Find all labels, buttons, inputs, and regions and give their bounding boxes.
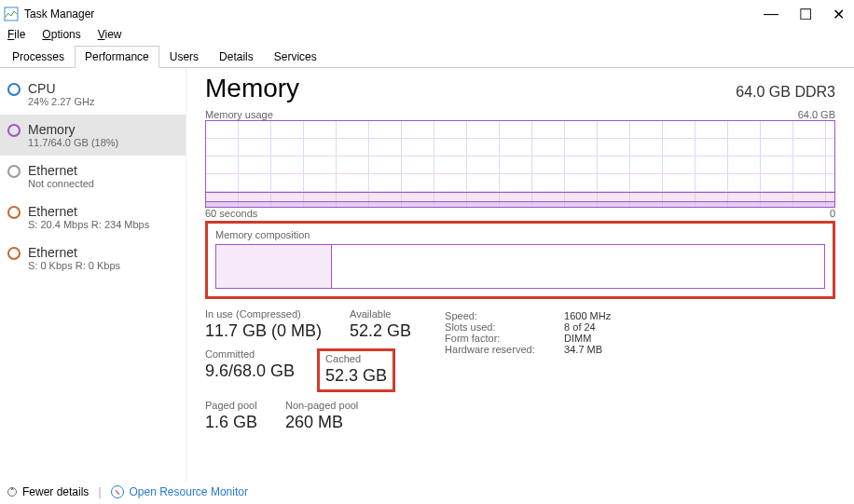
sidebar-item-label: CPU: [28, 81, 95, 96]
kv-slots-val: 8 of 24: [564, 321, 596, 333]
sidebar-item-label: Ethernet: [28, 204, 149, 219]
close-button[interactable]: ✕: [833, 6, 845, 23]
titlebar: Task Manager — ☐ ✕: [0, 0, 854, 28]
menu-options[interactable]: Options: [42, 28, 80, 41]
sidebar-item-sub: S: 20.4 Mbps R: 234 Mbps: [28, 219, 149, 230]
ethernet-ring-icon: [7, 247, 21, 260]
kv-speed-key: Speed:: [445, 310, 547, 321]
stat-cached-label: Cached: [325, 353, 387, 364]
footer-separator: |: [98, 485, 101, 498]
stat-nonpaged-value: 260 MB: [285, 413, 358, 432]
sidebar-item-label: Memory: [28, 122, 118, 137]
ethernet-ring-icon: [7, 165, 21, 178]
sidebar-item-ethernet-1[interactable]: Ethernet S: 20.4 Mbps R: 234 Mbps: [0, 197, 186, 238]
stat-inuse-value: 11.7 GB (0 MB): [205, 321, 322, 341]
menu-file[interactable]: File: [7, 28, 25, 41]
taskmanager-icon: [4, 7, 19, 21]
usage-chart-label: Memory usage: [205, 109, 273, 120]
memory-spec: 64.0 GB DDR3: [736, 84, 835, 101]
sidebar-item-sub: S: 0 Kbps R: 0 Kbps: [28, 260, 120, 271]
ethernet-ring-icon: [7, 206, 21, 219]
sidebar-item-label: Ethernet: [28, 163, 94, 178]
resource-monitor-icon: [111, 485, 124, 498]
tab-users[interactable]: Users: [159, 46, 209, 68]
menubar: File Options View: [0, 28, 854, 45]
stat-cached-value: 52.3 GB: [325, 366, 387, 386]
stat-available-value: 52.2 GB: [350, 321, 411, 341]
highlight-cached-box: Cached 52.3 GB: [317, 348, 395, 392]
usage-chart-max: 64.0 GB: [798, 109, 835, 120]
kv-slots-key: Slots used:: [445, 321, 547, 333]
menu-view[interactable]: View: [98, 28, 122, 41]
sidebar-item-sub: 11.7/64.0 GB (18%): [28, 137, 118, 148]
stat-committed-label: Committed: [205, 348, 295, 360]
stat-paged-label: Paged pool: [205, 400, 257, 411]
memory-ring-icon: [7, 124, 21, 137]
memory-usage-chart: [205, 120, 835, 208]
memory-composition-bar: [215, 244, 825, 289]
stat-committed-value: 9.6/68.0 GB: [205, 361, 295, 381]
sidebar-item-sub: Not connected: [28, 178, 94, 189]
fewer-details-button[interactable]: ˄ Fewer details: [7, 485, 89, 498]
sidebar-item-label: Ethernet: [28, 245, 120, 260]
footer: ˄ Fewer details | Open Resource Monitor: [7, 485, 248, 498]
usage-area-inner: [206, 201, 834, 207]
kv-hw-val: 34.7 MB: [564, 344, 602, 355]
stat-inuse-label: In use (Compressed): [205, 308, 322, 320]
page-title: Memory: [205, 74, 299, 103]
stat-available-label: Available: [350, 308, 411, 320]
kv-hw-key: Hardware reserved:: [445, 344, 547, 355]
sidebar-item-sub: 24% 2.27 GHz: [28, 96, 95, 107]
sidebar-item-memory[interactable]: Memory 11.7/64.0 GB (18%): [0, 115, 186, 156]
kv-form-val: DIMM: [564, 333, 591, 344]
tab-processes[interactable]: Processes: [2, 46, 75, 68]
tab-details[interactable]: Details: [209, 46, 264, 68]
axis-right: 0: [830, 208, 835, 219]
main-panel: Memory 64.0 GB DDR3 Memory usage 64.0 GB…: [186, 68, 854, 482]
open-resource-monitor-link[interactable]: Open Resource Monitor: [111, 485, 248, 498]
cpu-ring-icon: [7, 83, 21, 96]
tabstrip: Processes Performance Users Details Serv…: [0, 45, 854, 68]
sidebar-item-cpu[interactable]: CPU 24% 2.27 GHz: [0, 74, 186, 115]
svg-rect-0: [5, 7, 18, 20]
minimize-button[interactable]: —: [764, 6, 778, 22]
kv-form-key: Form factor:: [445, 333, 547, 344]
window-title: Task Manager: [24, 7, 94, 20]
axis-left: 60 seconds: [205, 208, 257, 219]
composition-label: Memory composition: [215, 229, 825, 240]
stat-nonpaged-label: Non-paged pool: [285, 400, 358, 411]
sidebar-item-ethernet-2[interactable]: Ethernet S: 0 Kbps R: 0 Kbps: [0, 238, 186, 279]
sidebar: CPU 24% 2.27 GHz Memory 11.7/64.0 GB (18…: [0, 68, 186, 482]
sidebar-item-ethernet-0[interactable]: Ethernet Not connected: [0, 156, 186, 197]
chevron-up-icon: ˄: [7, 487, 17, 497]
highlight-composition-box: Memory composition: [205, 221, 835, 299]
composition-inuse-segment: [216, 245, 332, 288]
tab-performance[interactable]: Performance: [75, 46, 159, 68]
stat-paged-value: 1.6 GB: [205, 413, 257, 432]
tab-services[interactable]: Services: [264, 46, 327, 68]
kv-speed-val: 1600 MHz: [564, 310, 611, 321]
maximize-button[interactable]: ☐: [799, 6, 812, 23]
